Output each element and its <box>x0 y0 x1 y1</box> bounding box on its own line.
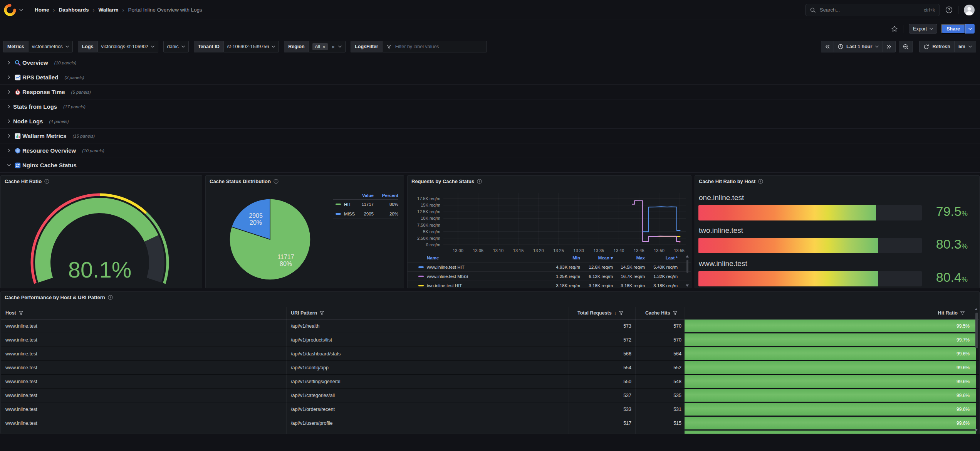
panel-header[interactable]: Cache Hit Ratio by Host <box>695 176 979 187</box>
chevron-down-icon <box>181 45 185 48</box>
variable-value-dropdown[interactable]: victorialogs-st-106902 <box>97 41 158 52</box>
avatar[interactable] <box>964 5 975 15</box>
dashboard-toolbar: Export Share <box>0 20 980 37</box>
filter-funnel-icon[interactable] <box>619 311 624 316</box>
panel-header[interactable]: Cache Performance by Host & URI Pattern <box>1 292 979 303</box>
table-scroll-down-icon[interactable] <box>975 429 978 431</box>
legend-sort-mean[interactable]: Mean ▾ <box>598 254 613 262</box>
adhoc-filter[interactable] <box>382 41 487 52</box>
share-button[interactable]: Share <box>941 24 965 34</box>
cell-hit-ratio-value: 99.6% <box>957 417 970 429</box>
filter-funnel-icon[interactable] <box>319 311 324 316</box>
info-icon[interactable] <box>758 179 763 184</box>
adhoc-filter-input[interactable] <box>394 44 483 50</box>
logo-menu-chevron-icon[interactable] <box>19 9 23 11</box>
help-icon[interactable]: ? <box>945 6 953 13</box>
panel-header[interactable]: Requests by Cache Status <box>408 176 691 187</box>
panel-header[interactable]: Cache Status Distribution <box>206 176 404 187</box>
cell-uri-pattern: /api/v1/health <box>291 319 319 333</box>
column-header-host[interactable]: Host <box>5 307 23 319</box>
refresh-button[interactable]: Refresh <box>920 41 955 52</box>
legend-sort-value[interactable]: Value <box>362 192 374 200</box>
breadcrumb-item[interactable]: Dashboards <box>59 7 89 13</box>
time-range-label: Last 1 hour <box>846 44 872 49</box>
legend-scroll-up-icon[interactable] <box>686 255 689 257</box>
column-header-hit-ratio[interactable]: Hit Ratio <box>938 307 965 319</box>
nav-right: ctrl+k ? <box>805 4 975 16</box>
cell-total-requests: 566 <box>569 347 631 361</box>
column-header-cache-hits[interactable]: Cache Hits <box>645 307 678 319</box>
legend-scroll-down-icon[interactable] <box>686 284 689 287</box>
time-shift-forward-button[interactable] <box>883 41 895 52</box>
export-button[interactable]: Export <box>909 24 937 34</box>
breadcrumb-item[interactable]: Wallarm <box>99 7 119 13</box>
svg-text:13:05: 13:05 <box>473 248 483 253</box>
remove-chip-icon[interactable]: × <box>322 44 326 49</box>
column-header-uri-pattern[interactable]: URI Pattern <box>291 307 324 319</box>
series-name[interactable]: two.inline.test HIT <box>427 281 462 288</box>
info-icon[interactable] <box>274 179 279 184</box>
legend-sort-min[interactable]: Min <box>572 254 580 262</box>
filter-funnel-icon[interactable] <box>960 311 965 316</box>
chevron-down-icon <box>5 163 13 167</box>
panel-title: Cache Status Distribution <box>210 178 271 184</box>
dashboard-row-resource-overview[interactable]: Resource Overview (10 panels) <box>0 143 980 158</box>
panel-header[interactable]: Cache Hit Ratio <box>1 176 202 187</box>
filter-funnel-icon[interactable] <box>18 311 23 316</box>
time-range-picker[interactable]: Last 1 hour <box>834 41 883 52</box>
clear-selection-icon[interactable]: × <box>331 44 335 50</box>
dashboard-row-overview[interactable]: Overview (10 panels) <box>0 56 980 70</box>
table-row: www.inline.test /api/v1/orders/recent 53… <box>1 402 980 416</box>
svg-text:80.1%: 80.1% <box>68 257 131 282</box>
series-name[interactable]: www.inline.test MISS <box>427 272 468 281</box>
dashboard-row-response-time[interactable]: Response Time (5 panels) <box>0 85 980 99</box>
info-icon[interactable] <box>477 179 482 184</box>
dashboard-row-stats-from-logs[interactable]: Stats from Logs (17 panels) <box>0 99 980 114</box>
legend-sort-name[interactable]: Name <box>427 254 439 262</box>
variable-value: st-106902-1539756 <box>227 44 269 49</box>
series-mean: 12.6K req/m <box>589 263 613 272</box>
svg-text:13:25: 13:25 <box>553 248 564 253</box>
svg-text:13:10: 13:10 <box>493 248 504 253</box>
variable-selected-chip[interactable]: All× <box>312 43 328 50</box>
favorite-star-icon[interactable] <box>891 25 898 33</box>
chevron-down-icon <box>151 45 154 48</box>
variable-value-dropdown[interactable]: danic <box>163 41 189 52</box>
legend-sort-max[interactable]: Max <box>636 254 645 262</box>
pie-legend-row: HIT 11717 80% <box>333 200 398 209</box>
time-shift-back-button[interactable] <box>821 41 834 52</box>
variable-value-dropdown[interactable]: victoriametrics <box>28 41 73 52</box>
series-name[interactable]: HIT <box>344 200 351 209</box>
search-box[interactable]: ctrl+k <box>805 4 940 16</box>
grafana-logo-icon[interactable] <box>4 4 16 16</box>
variable-value-dropdown[interactable]: st-106902-1539756 <box>223 41 279 52</box>
search-input[interactable] <box>819 7 924 13</box>
cell-hit-ratio-bar: 99.6% <box>685 403 976 416</box>
share-menu-chevron-icon[interactable] <box>965 24 975 34</box>
series-name[interactable]: www.inline.test HIT <box>427 263 465 272</box>
zoom-out-button[interactable] <box>899 41 913 52</box>
refresh-interval-picker[interactable]: 5m <box>955 41 976 52</box>
dashboard-row-wallarm-metrics[interactable]: Wallarm Metrics (15 panels) <box>0 129 980 143</box>
dashboard-row-rps-detailed[interactable]: RPS Detailed (3 panels) <box>0 70 980 85</box>
svg-text:290520%: 290520% <box>249 212 263 226</box>
variable-region: RegionAll× × <box>284 41 346 52</box>
info-icon[interactable] <box>44 179 49 184</box>
table-scroll-up-icon[interactable] <box>975 308 978 310</box>
table-scrollbar[interactable] <box>975 313 978 348</box>
legend-sort-last[interactable]: Last * <box>666 254 678 262</box>
dashboard-row-node-logs[interactable]: Node Logs (4 panels) <box>0 114 980 129</box>
breadcrumb-separator: › <box>49 7 59 13</box>
variable-value-dropdown[interactable]: All× × <box>309 41 346 52</box>
dashboard-row-nginx-cache-status[interactable]: Nginx Cache Status <box>0 158 980 173</box>
breadcrumb-item[interactable]: Home <box>35 7 49 13</box>
legend-scrollbar[interactable] <box>686 260 688 273</box>
series-color-icon <box>418 276 424 277</box>
table-row-partial <box>1 430 980 434</box>
series-name[interactable]: MISS <box>344 209 355 219</box>
info-icon[interactable] <box>108 295 113 300</box>
cell-cache-hits: 535 <box>636 389 681 402</box>
filter-funnel-icon[interactable] <box>673 311 678 316</box>
column-header-total-requests[interactable]: Total Requests↓ <box>577 307 624 319</box>
legend-sort-percent[interactable]: Percent <box>382 192 398 200</box>
